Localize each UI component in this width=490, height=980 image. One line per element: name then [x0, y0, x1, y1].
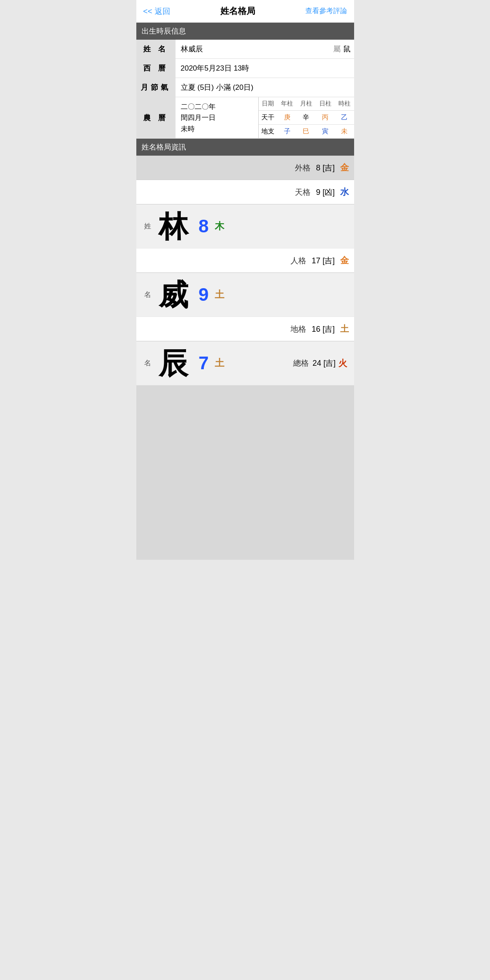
char-wei: 威 — [154, 280, 193, 310]
name-grid-section: 外格 8 [吉] 金 天格 9 [凶] 水 姓 林 8 木 人格 17 [吉] … — [136, 156, 354, 385]
birth-value-name: 林威辰 — [176, 40, 330, 58]
renge-element: 金 — [340, 255, 349, 266]
birth-label-name: 姓 名 — [136, 40, 176, 58]
tiangan-label: 天干 — [259, 111, 278, 124]
char-wei-position: 名 — [142, 290, 154, 299]
pillar-header-month: 月柱 — [297, 97, 316, 110]
waige-value: 8 [吉] — [316, 163, 335, 173]
char-wei-element: 土 — [215, 288, 230, 301]
char-chen-element: 土 — [215, 357, 230, 370]
lunar-pillar-table: 日期 年柱 月柱 日柱 時柱 天干 庚 辛 丙 乙 地支 子 巳 寅 未 — [258, 97, 354, 138]
char-chen-position: 名 — [142, 359, 154, 368]
renge-row: 人格 17 [吉] 金 — [136, 248, 354, 273]
tiange-content: 天格 9 [凶] 水 — [295, 186, 348, 198]
zodiac-value: 鼠 — [343, 44, 351, 54]
pillar-header-row: 日期 年柱 月柱 日柱 時柱 — [259, 97, 354, 111]
tiangan-row: 天干 庚 辛 丙 乙 — [259, 111, 354, 125]
birth-row-jieqi: 月節氣 立夏 (5日) 小滿 (20日) — [136, 78, 354, 97]
birth-info-table: 姓 名 林威辰 屬 鼠 西 曆 2020年5月23日 13時 月節氣 立夏 (5… — [136, 40, 354, 139]
char-wei-row: 名 威 9 土 — [136, 273, 354, 317]
dizhi-month: 巳 — [297, 125, 316, 138]
tiangan-hour: 乙 — [335, 111, 354, 124]
renge-label: 人格 — [291, 255, 306, 266]
renge-content: 人格 17 [吉] 金 — [291, 255, 348, 266]
dizhi-row: 地支 子 巳 寅 未 — [259, 125, 354, 138]
tiange-row: 天格 9 [凶] 水 — [136, 180, 354, 204]
waige-element: 金 — [340, 162, 349, 174]
dizhi-hour: 未 — [335, 125, 354, 138]
birth-row-name: 姓 名 林威辰 屬 鼠 — [136, 40, 354, 59]
lunar-text: 二〇二〇年 閏四月一日 未時 — [176, 97, 258, 138]
dige-element: 土 — [340, 323, 349, 335]
tiange-value: 9 [凶] — [316, 187, 335, 197]
bottom-area — [136, 385, 354, 560]
tiangan-day: 丙 — [316, 111, 335, 124]
char-lin: 林 — [154, 211, 193, 241]
birth-value-jieqi: 立夏 (5日) 小滿 (20日) — [176, 78, 354, 97]
char-chen-stroke: 7 — [193, 353, 215, 374]
renge-value: 17 [吉] — [311, 255, 335, 266]
dige-value: 16 [吉] — [311, 324, 335, 334]
pillar-header-year: 年柱 — [277, 97, 297, 110]
birth-section-header: 出生時辰信息 — [136, 23, 354, 40]
dige-label: 地格 — [291, 324, 306, 334]
dizhi-day: 寅 — [316, 125, 335, 138]
char-lin-row: 姓 林 8 木 — [136, 204, 354, 248]
birth-label-jieqi: 月節氣 — [136, 78, 176, 97]
char-wei-stroke: 9 — [193, 284, 215, 305]
name-section-header: 姓名格局資訊 — [136, 139, 354, 156]
lunar-line-3: 未時 — [181, 123, 253, 135]
dizhi-year: 子 — [277, 125, 297, 138]
dizhi-label: 地支 — [259, 125, 278, 138]
tiangan-year: 庚 — [277, 111, 297, 124]
tiangan-month: 辛 — [297, 111, 316, 124]
zonge-element: 火 — [336, 357, 349, 369]
pillar-header-hour: 時柱 — [335, 97, 354, 110]
pillar-header-date: 日期 — [259, 97, 278, 110]
waige-row: 外格 8 [吉] 金 — [136, 156, 354, 180]
char-chen-row: 名 辰 7 土 總格 24 [吉] 火 — [136, 341, 354, 385]
waige-label: 外格 — [295, 163, 311, 173]
app-header: << 返回 姓名格局 查看參考評論 — [136, 0, 354, 23]
tiange-label: 天格 — [295, 187, 311, 197]
birth-label-solar: 西 曆 — [136, 59, 176, 78]
char-lin-position: 姓 — [142, 222, 154, 231]
tiange-element: 水 — [340, 186, 349, 198]
dige-content: 地格 16 [吉] 土 — [291, 323, 348, 335]
lunar-line-2: 閏四月一日 — [181, 112, 253, 123]
char-chen: 辰 — [154, 348, 193, 378]
birth-value-solar: 2020年5月23日 13時 — [176, 59, 354, 78]
view-comments-button[interactable]: 查看參考評論 — [305, 7, 347, 16]
dige-row: 地格 16 [吉] 土 — [136, 317, 354, 341]
char-lin-element: 木 — [215, 220, 230, 233]
char-lin-stroke: 8 — [193, 216, 215, 237]
zonge-label: 總格 — [293, 358, 312, 368]
back-button[interactable]: << 返回 — [143, 6, 170, 17]
birth-row-solar: 西 曆 2020年5月23日 13時 — [136, 59, 354, 78]
lunar-line-1: 二〇二〇年 — [181, 101, 253, 112]
pillar-header-day: 日柱 — [316, 97, 335, 110]
zonge-value: 24 [吉] — [312, 358, 335, 368]
birth-label-lunar: 農 曆 — [136, 97, 176, 138]
page-title: 姓名格局 — [220, 5, 255, 17]
birth-row-lunar: 農 曆 二〇二〇年 閏四月一日 未時 日期 年柱 月柱 日柱 時柱 天干 庚 辛… — [136, 97, 354, 139]
zodiac-label: 屬 — [333, 44, 341, 54]
waige-content: 外格 8 [吉] 金 — [295, 162, 348, 174]
birth-suffix-zodiac: 屬 鼠 — [330, 40, 354, 58]
